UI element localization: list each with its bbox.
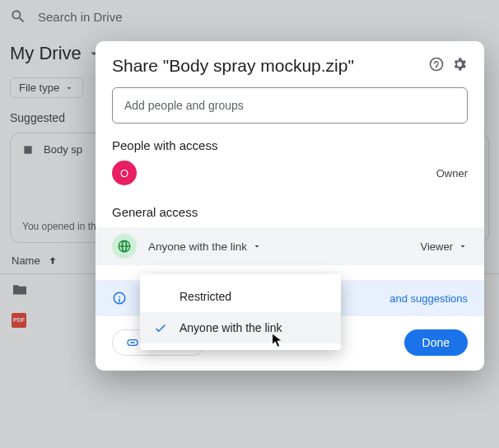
chevron-down-icon <box>252 241 262 251</box>
link-icon <box>126 336 139 349</box>
globe-badge <box>112 234 137 259</box>
role-dropdown[interactable]: Viewer <box>420 240 468 253</box>
help-button[interactable] <box>428 56 445 76</box>
chevron-down-icon <box>458 241 468 251</box>
gear-icon <box>451 56 468 72</box>
mouse-cursor <box>270 333 285 349</box>
general-access-heading: General access <box>112 205 468 219</box>
menu-item-restricted[interactable]: Restricted <box>140 281 341 312</box>
general-access-row: Anyone with the link Viewer <box>96 227 484 265</box>
access-scope-dropdown[interactable]: Anyone with the link <box>147 237 263 256</box>
help-icon <box>428 56 445 72</box>
owner-row: O Owner <box>112 161 468 185</box>
settings-button[interactable] <box>451 56 468 76</box>
dialog-title: Share "Body spray mockup.zip" <box>112 56 422 76</box>
info-text: and suggestions <box>389 292 468 305</box>
globe-icon <box>117 239 132 254</box>
avatar: O <box>112 161 137 185</box>
people-with-access-heading: People with access <box>112 138 468 152</box>
info-icon <box>112 291 127 306</box>
menu-item-anyone-with-link[interactable]: Anyone with the link <box>140 312 341 343</box>
add-people-input[interactable]: Add people and groups <box>112 87 468 124</box>
done-button[interactable]: Done <box>404 329 468 356</box>
add-people-placeholder: Add people and groups <box>124 99 244 112</box>
owner-role: Owner <box>436 167 468 180</box>
access-scope-menu: Restricted Anyone with the link <box>140 274 341 350</box>
check-icon <box>153 320 168 335</box>
